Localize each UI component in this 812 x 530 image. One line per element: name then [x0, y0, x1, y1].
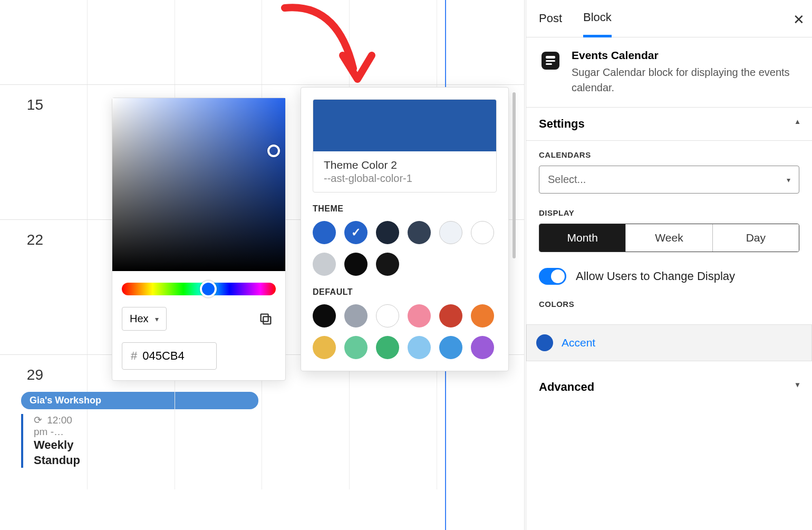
color-format-select[interactable]: Hex ▾ — [122, 307, 167, 331]
accent-color-option[interactable]: Accent — [526, 324, 812, 361]
svg-rect-0 — [263, 316, 270, 324]
color-format-value: Hex — [130, 313, 149, 325]
chevron-down-icon: ▾ — [155, 315, 159, 323]
block-header: Events Calendar Sugar Calendar block for… — [526, 37, 812, 108]
color-swatch[interactable] — [344, 253, 368, 276]
event-title: Weekly — [34, 438, 87, 453]
color-swatch[interactable] — [408, 304, 431, 327]
hex-input-wrapper[interactable]: # — [122, 342, 217, 370]
color-preview — [313, 100, 496, 151]
toggle-label: Allow Users to Change Display — [576, 269, 735, 283]
chevron-down-icon: ▾ — [796, 380, 799, 394]
display-label: DISPLAY — [539, 208, 799, 217]
copy-icon — [258, 312, 273, 326]
color-swatch[interactable] — [313, 253, 336, 276]
svg-rect-1 — [261, 314, 268, 321]
colors-label: COLORS — [539, 300, 799, 309]
color-name: Theme Color 2 — [324, 159, 486, 171]
events-calendar-icon — [539, 49, 562, 72]
hue-handle[interactable] — [200, 281, 217, 297]
color-swatch[interactable] — [344, 221, 368, 244]
color-swatch[interactable] — [344, 336, 368, 359]
display-segmented-control: Month Week Day — [539, 224, 799, 252]
event-block[interactable]: ⟳ 12:00 pm -… Weekly Standup — [21, 414, 87, 468]
default-section-label: DEFAULT — [313, 287, 497, 297]
calendar-day-number[interactable]: 15 — [12, 97, 43, 113]
color-swatch[interactable] — [313, 221, 336, 244]
default-swatch-grid — [313, 304, 497, 359]
display-option-week[interactable]: Week — [626, 224, 712, 252]
color-swatch[interactable] — [439, 336, 462, 359]
saturation-handle[interactable] — [267, 144, 280, 157]
color-swatch[interactable] — [471, 304, 494, 327]
color-swatch[interactable] — [313, 336, 336, 359]
saturation-area[interactable] — [112, 98, 285, 271]
advanced-section-header[interactable]: Advanced ▾ — [526, 371, 812, 403]
tab-block[interactable]: Block — [583, 0, 612, 37]
color-swatch[interactable] — [376, 304, 399, 327]
select-placeholder: Select... — [548, 174, 586, 186]
tab-post[interactable]: Post — [539, 1, 562, 36]
svg-rect-4 — [546, 60, 555, 62]
color-picker-popover: Hex ▾ # — [112, 98, 286, 381]
color-swatch[interactable] — [439, 221, 462, 244]
chevron-up-icon: ▴ — [796, 117, 799, 131]
calendar-day-number[interactable]: 22 — [12, 232, 43, 248]
calendar-day-number[interactable]: 29 — [12, 367, 43, 383]
accent-label: Accent — [562, 336, 595, 349]
hue-slider[interactable] — [122, 283, 276, 295]
display-option-day[interactable]: Day — [713, 224, 799, 252]
scrollbar-thumb[interactable] — [513, 92, 516, 258]
settings-section-header[interactable]: Settings ▴ — [526, 108, 812, 141]
svg-rect-3 — [546, 56, 555, 59]
toggle-knob — [551, 269, 565, 283]
color-swatch[interactable] — [439, 304, 462, 327]
copy-color-button[interactable] — [256, 309, 276, 329]
calendars-select[interactable]: Select... ▾ — [539, 166, 799, 194]
hash-symbol: # — [131, 349, 137, 363]
color-swatch[interactable] — [376, 253, 399, 276]
settings-label: Settings — [539, 117, 585, 131]
event-title: Standup — [34, 453, 87, 468]
color-swatch[interactable] — [376, 221, 399, 244]
color-swatch[interactable] — [471, 221, 494, 244]
color-swatch[interactable] — [471, 336, 494, 359]
svg-rect-5 — [546, 63, 552, 65]
color-variable: --ast-global-color-1 — [324, 172, 486, 185]
allow-change-display-toggle[interactable] — [539, 268, 566, 285]
color-swatch[interactable] — [313, 304, 336, 327]
theme-section-label: THEME — [313, 204, 497, 214]
theme-swatch-grid — [313, 221, 497, 276]
block-title: Events Calendar — [572, 49, 799, 62]
selected-color-card: Theme Color 2 --ast-global-color-1 — [313, 99, 497, 192]
color-swatch[interactable] — [376, 336, 399, 359]
color-swatch[interactable] — [408, 336, 431, 359]
accent-color-swatch — [536, 334, 553, 351]
color-swatch[interactable] — [408, 221, 431, 244]
close-icon[interactable]: ✕ — [793, 12, 805, 28]
calendars-label: CALENDARS — [539, 150, 799, 159]
chevron-down-icon: ▾ — [787, 176, 790, 184]
advanced-label: Advanced — [539, 380, 594, 394]
display-option-month[interactable]: Month — [539, 224, 626, 252]
repeat-icon: ⟳ — [34, 414, 42, 426]
color-swatch[interactable] — [344, 304, 368, 327]
block-sidebar: Post Block ✕ Events Calendar Sugar Calen… — [526, 0, 812, 530]
hex-input[interactable] — [142, 349, 200, 363]
block-description: Sugar Calendar block for displaying the … — [572, 65, 799, 95]
swatch-popover: Theme Color 2 --ast-global-color-1 THEME… — [301, 87, 509, 371]
sidebar-tabs: Post Block ✕ — [526, 0, 812, 37]
